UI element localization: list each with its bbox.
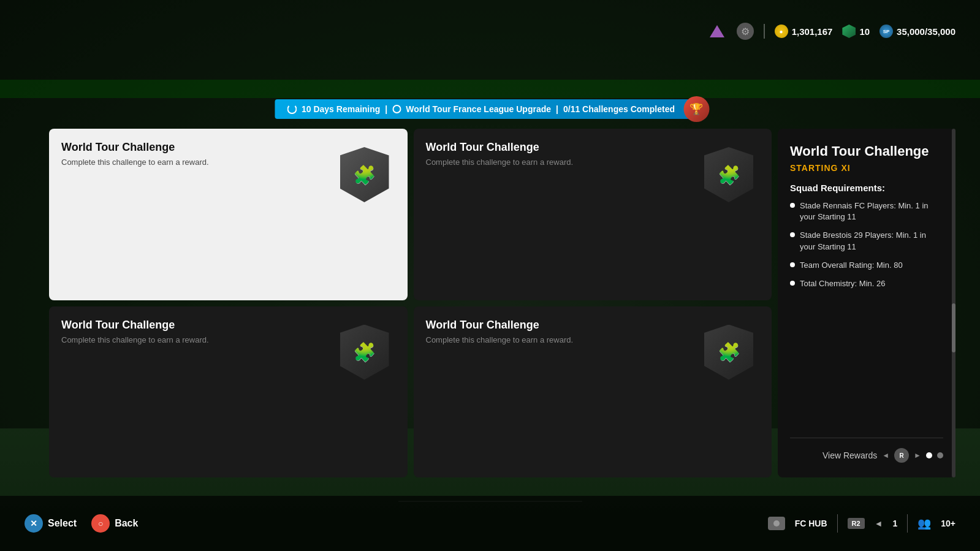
chevron-left-icon[interactable]: ◄: [882, 451, 889, 460]
hud-divider: [764, 24, 765, 39]
req-text-3: Team Overall Rating: Min. 80: [800, 260, 903, 271]
banner-separator1: |: [385, 104, 387, 114]
card-3-badge-shape: 🧩: [340, 325, 389, 380]
req-item-1: Stade Rennais FC Players: Min. 1 in your…: [790, 200, 943, 222]
req-bullet-1: [790, 203, 795, 208]
gold-coin-icon: ●: [775, 25, 788, 38]
o-button: ○: [91, 514, 110, 533]
req-text-1: Stade Rennais FC Players: Min. 1 in your…: [800, 200, 943, 222]
puzzle-icon-2: 🧩: [718, 164, 740, 186]
banner-reward-icon: 🏆: [683, 96, 709, 122]
currency-shield-value: 10: [859, 26, 870, 37]
banner-days-remaining: 10 Days Remaining: [302, 104, 380, 114]
req-bullet-3: [790, 262, 795, 267]
card-4-desc: Complete this challenge to earn a reward…: [426, 335, 689, 344]
req-text-4: Total Chemistry: Min. 26: [800, 278, 885, 289]
card-2-title: World Tour Challenge: [426, 141, 689, 154]
card-2-desc: Complete this challenge to earn a reward…: [426, 158, 689, 167]
currency-sp: SP 35,000/35,000: [879, 25, 955, 38]
req-text-2: Stade Brestois 29 Players: Min. 1 in you…: [800, 230, 943, 252]
puzzle-icon-1: 🧩: [353, 164, 376, 186]
gear-icon[interactable]: ⚙: [737, 23, 754, 40]
r2-badge: R2: [848, 518, 865, 529]
req-bullet-4: [790, 281, 795, 286]
r-button[interactable]: R: [894, 448, 909, 463]
right-panel-title: World Tour Challenge: [790, 143, 943, 159]
refresh-icon: [287, 104, 297, 114]
currency-gold: ● 1,301,167: [775, 25, 833, 38]
bottom-divider: [837, 514, 838, 533]
req-bullet-2: [790, 232, 795, 237]
req-item-4: Total Chemistry: Min. 26: [790, 278, 943, 289]
card-4-badge: 🧩: [698, 319, 759, 386]
triangle-icon: [707, 21, 727, 41]
nav-arrow-left: ◄: [875, 519, 883, 528]
card-3-title: World Tour Challenge: [61, 319, 324, 332]
banner-cycle-icon: [392, 105, 401, 113]
people-count: 10+: [941, 519, 955, 528]
banner-event-name: World Tour France League Upgrade: [406, 104, 551, 114]
right-panel-subtitle: STARTING XI: [790, 163, 943, 173]
banner-separator2: |: [556, 104, 558, 114]
scrollbar[interactable]: [952, 129, 955, 477]
challenge-grid: World Tour Challenge Complete this chall…: [49, 129, 772, 477]
card-3-badge: 🧩: [334, 319, 395, 386]
puzzle-icon-3: 🧩: [353, 341, 376, 363]
view-rewards-bar: View Rewards ◄ R ►: [790, 438, 943, 463]
card-1-desc: Complete this challenge to earn a reward…: [61, 158, 324, 167]
main-content: World Tour Challenge Complete this chall…: [49, 129, 955, 477]
currency-gold-value: 1,301,167: [792, 26, 833, 37]
req-item-2: Stade Brestois 29 Players: Min. 1 in you…: [790, 230, 943, 252]
back-action[interactable]: ○ Back: [91, 514, 138, 533]
card-1-badge-shape: 🧩: [340, 147, 389, 202]
challenge-card-4[interactable]: World Tour Challenge Complete this chall…: [414, 306, 772, 478]
card-2-badge: 🧩: [698, 141, 759, 208]
back-label: Back: [115, 518, 138, 529]
card-3-text: World Tour Challenge Complete this chall…: [61, 319, 324, 344]
bottom-right: FC HUB R2 ◄ 1 👥 10+: [768, 514, 955, 533]
top-banner-strip: [0, 80, 980, 98]
card-3-desc: Complete this challenge to earn a reward…: [61, 335, 324, 344]
count-label: 1: [892, 519, 897, 528]
nav-dot-1[interactable]: [926, 452, 932, 458]
camera-icon[interactable]: [768, 517, 785, 530]
bottom-divider-2: [907, 514, 908, 533]
card-1-text: World Tour Challenge Complete this chall…: [61, 141, 324, 167]
banner-progress: 0/11 Challenges Completed: [563, 104, 675, 114]
card-2-text: World Tour Challenge Complete this chall…: [426, 141, 689, 167]
shield-icon: [842, 25, 856, 38]
card-1-title: World Tour Challenge: [61, 141, 324, 154]
header-hud: ⚙ ● 1,301,167 10 SP 35,000/35,000: [707, 21, 955, 41]
view-rewards-label[interactable]: View Rewards: [822, 450, 877, 460]
nav-dot-2[interactable]: [937, 452, 943, 458]
challenge-card-3[interactable]: World Tour Challenge Complete this chall…: [49, 306, 408, 478]
requirements-list: Stade Rennais FC Players: Min. 1 in your…: [790, 200, 943, 289]
puzzle-icon-4: 🧩: [718, 341, 740, 363]
chevron-right-icon[interactable]: ►: [914, 451, 921, 460]
req-item-3: Team Overall Rating: Min. 80: [790, 260, 943, 271]
x-button: ✕: [25, 514, 43, 533]
card-4-text: World Tour Challenge Complete this chall…: [426, 319, 689, 344]
bottom-actions: ✕ Select ○ Back: [25, 514, 138, 533]
card-2-badge-shape: 🧩: [704, 147, 753, 202]
card-1-badge: 🧩: [334, 141, 395, 208]
card-4-badge-shape: 🧩: [704, 325, 753, 380]
scroll-thumb: [952, 303, 955, 352]
people-icon: 👥: [917, 517, 931, 530]
select-action[interactable]: ✕ Select: [25, 514, 77, 533]
challenge-card-1[interactable]: World Tour Challenge Complete this chall…: [49, 129, 408, 300]
select-label: Select: [48, 518, 77, 529]
card-4-title: World Tour Challenge: [426, 319, 689, 332]
challenge-banner: 10 Days Remaining | World Tour France Le…: [275, 99, 705, 119]
currency-sp-value: 35,000/35,000: [897, 26, 955, 37]
fc-hub-label: FC HUB: [795, 519, 827, 528]
bottom-bar: ✕ Select ○ Back FC HUB R2 ◄ 1 👥 10+: [0, 496, 980, 551]
sp-icon: SP: [879, 25, 893, 38]
squad-requirements-title: Squad Requirements:: [790, 183, 943, 193]
right-panel: World Tour Challenge STARTING XI Squad R…: [778, 129, 955, 477]
currency-shield: 10: [842, 25, 870, 38]
challenge-card-2[interactable]: World Tour Challenge Complete this chall…: [414, 129, 772, 300]
